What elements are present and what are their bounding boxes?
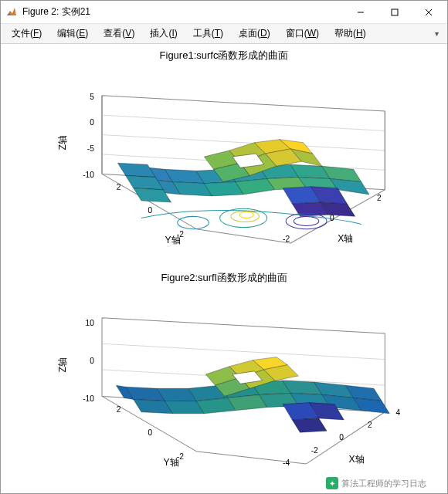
maximize-icon xyxy=(391,8,399,16)
svg-text:2: 2 xyxy=(117,183,121,191)
surface-bottom xyxy=(116,357,389,433)
plot3d-top: 5 0 -5 -10 2 0 -2 -2 0 2 Z轴 Y轴 X轴 xyxy=(44,64,427,245)
svg-marker-78 xyxy=(354,398,390,413)
menu-insert[interactable]: 插入(I) xyxy=(142,25,185,42)
menu-tools[interactable]: 工具(T) xyxy=(185,25,231,42)
close-button[interactable] xyxy=(412,2,446,23)
titlebar: Figure 2: 实例21 xyxy=(1,1,447,24)
svg-line-4 xyxy=(102,115,385,130)
close-icon xyxy=(425,8,433,16)
menu-window[interactable]: 窗口(W) xyxy=(278,25,327,42)
subplot-top-title: Figure1:surfc函数形成的曲面 xyxy=(5,49,443,63)
menu-help[interactable]: 帮助(H) xyxy=(327,25,374,42)
figure-window: Figure 2: 实例21 文件(F) 编辑(E) 查看(V) 插入(I) 工… xyxy=(0,0,448,494)
subplot-bottom-title: Figure2:surfl函数形成的曲面 xyxy=(5,271,443,285)
zlabel-bottom: Z轴 xyxy=(57,357,68,372)
menu-edit[interactable]: 编辑(E) xyxy=(49,25,96,42)
svg-text:2: 2 xyxy=(117,405,121,414)
ylabel-top: Y轴 xyxy=(165,235,181,245)
svg-text:2: 2 xyxy=(368,421,372,429)
menubar: 文件(F) 编辑(E) 查看(V) 插入(I) 工具(T) 桌面(D) 窗口(W… xyxy=(1,24,447,44)
svg-text:0: 0 xyxy=(90,357,94,365)
svg-text:5: 5 xyxy=(90,93,94,101)
xlabel-top: X轴 xyxy=(338,233,353,244)
matlab-icon xyxy=(5,6,18,19)
svg-line-52 xyxy=(102,343,385,359)
svg-text:0: 0 xyxy=(148,206,153,215)
svg-text:0: 0 xyxy=(148,428,153,437)
menu-desktop[interactable]: 桌面(D) xyxy=(231,25,278,42)
svg-text:-2: -2 xyxy=(283,235,290,243)
figure-area: Figure1:surfc函数形成的曲面 xyxy=(1,44,447,493)
minimize-button[interactable] xyxy=(344,2,378,23)
svg-point-40 xyxy=(239,211,253,218)
svg-text:-10: -10 xyxy=(83,171,94,179)
svg-marker-76 xyxy=(292,418,327,432)
svg-text:-5: -5 xyxy=(87,144,94,153)
plot3d-bottom: 10 0 -10 2 0 -2 -4 -2 0 2 4 Z轴 Y轴 X轴 xyxy=(44,286,427,467)
window-title: Figure 2: 实例21 xyxy=(22,5,344,19)
svg-text:0: 0 xyxy=(339,433,344,442)
minimize-icon xyxy=(357,8,365,16)
menu-view[interactable]: 查看(V) xyxy=(96,25,142,42)
axes3d-top: 5 0 -5 -10 2 0 -2 -2 0 2 Z轴 Y轴 X轴 xyxy=(44,64,427,245)
window-controls xyxy=(344,2,446,23)
subplot-bottom[interactable]: Figure2:surfl函数形成的曲面 xyxy=(5,269,443,489)
xlabel-bottom: X轴 xyxy=(349,454,365,465)
svg-rect-1 xyxy=(392,9,398,15)
svg-point-39 xyxy=(231,211,260,222)
svg-text:0: 0 xyxy=(330,214,334,222)
svg-text:0: 0 xyxy=(90,118,94,127)
axes3d-bottom: 10 0 -10 2 0 -2 -4 -2 0 2 4 Z轴 Y轴 X轴 xyxy=(44,286,427,467)
ylabel-bottom: Y轴 xyxy=(164,457,179,467)
maximize-button[interactable] xyxy=(378,2,412,23)
zlabel-top: Z轴 xyxy=(57,135,68,150)
svg-point-37 xyxy=(294,216,319,225)
svg-text:-2: -2 xyxy=(311,446,318,455)
svg-text:10: 10 xyxy=(86,319,95,327)
menu-overflow-icon[interactable]: ▾ xyxy=(429,29,444,38)
svg-text:2: 2 xyxy=(377,194,382,202)
svg-text:4: 4 xyxy=(396,408,401,417)
menu-file[interactable]: 文件(F) xyxy=(4,25,49,42)
svg-text:-4: -4 xyxy=(283,458,290,467)
svg-text:-10: -10 xyxy=(83,394,94,403)
subplot-top[interactable]: Figure1:surfc函数形成的曲面 xyxy=(5,47,443,266)
